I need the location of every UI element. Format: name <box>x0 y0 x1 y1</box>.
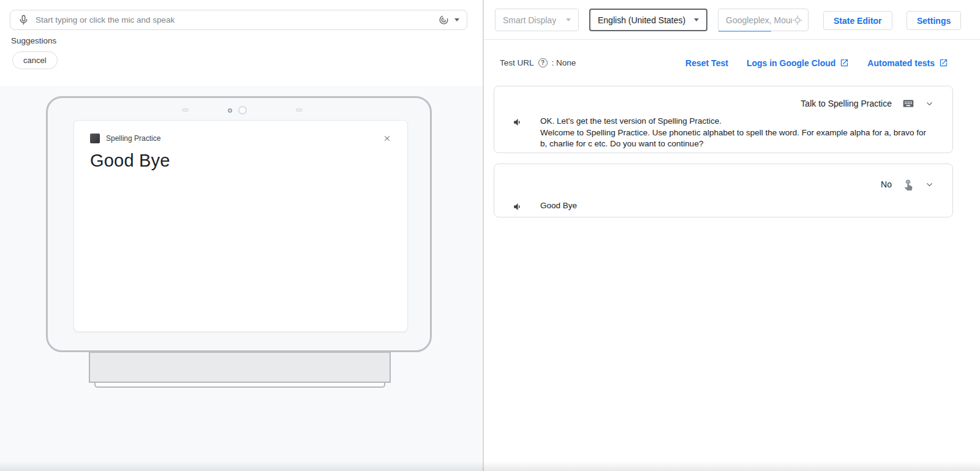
device-preview-area: Spelling Practice Good Bye <box>0 86 483 471</box>
chevron-down-icon <box>694 18 699 21</box>
speaker-icon[interactable] <box>513 117 523 127</box>
open-in-new-icon <box>840 58 849 67</box>
reset-test-label: Reset Test <box>685 58 728 68</box>
chevron-down-icon[interactable] <box>454 18 459 21</box>
query-bar-right <box>438 14 459 26</box>
expand-chevron-icon[interactable] <box>925 180 934 189</box>
conversation-log: Talk to Spelling Practice OK. Let's get … <box>484 86 980 217</box>
location-input-underline <box>718 31 771 32</box>
logs-link[interactable]: Logs in Google Cloud <box>747 58 849 68</box>
location-input[interactable] <box>726 15 792 25</box>
response-line: OK. Let's get the test version of Spelli… <box>540 116 930 127</box>
assistant-response-row: Good Bye <box>513 200 934 212</box>
open-in-new-icon <box>939 58 948 67</box>
query-bar[interactable] <box>10 10 467 30</box>
device-stand <box>89 352 391 383</box>
logs-label: Logs in Google Cloud <box>747 58 835 68</box>
user-query-text: Talk to Spelling Practice <box>801 99 892 108</box>
language-select-value: English (United States) <box>598 15 694 25</box>
automated-tests-label: Automated tests <box>867 58 935 68</box>
test-links: Reset Test Logs in Google Cloud Automate… <box>685 58 948 68</box>
suggestions-label: Suggestions <box>11 36 56 45</box>
screen-app-header: Spelling Practice <box>90 133 391 144</box>
query-input[interactable] <box>36 15 438 24</box>
help-icon[interactable]: ? <box>538 58 548 67</box>
assistant-response-row: OK. Let's get the test version of Spelli… <box>513 116 934 150</box>
location-field[interactable] <box>718 9 809 31</box>
speaker-icon[interactable] <box>513 202 523 212</box>
bezel-sensor-right <box>296 108 303 111</box>
test-url-label: Test URL <box>500 58 534 67</box>
suggestion-chip-cancel[interactable]: cancel <box>12 51 58 69</box>
state-editor-button[interactable]: State Editor <box>823 11 892 30</box>
app-icon <box>90 134 100 143</box>
mic-icon[interactable] <box>18 14 29 26</box>
simulator-left-panel: Suggestions cancel Spelling Practice <box>0 0 483 471</box>
user-query-row: No <box>513 178 934 190</box>
expand-chevron-icon[interactable] <box>925 99 934 108</box>
device-screen: Spelling Practice Good Bye <box>74 120 408 332</box>
simulator-toolbar: Smart Display English (United States) St… <box>484 0 980 40</box>
chevron-down-icon <box>566 18 571 21</box>
smart-display-frame: Spelling Practice Good Bye <box>46 96 432 352</box>
response-line: Good Bye <box>540 200 577 212</box>
language-select[interactable]: English (United States) <box>589 9 707 31</box>
test-url-bar: Test URL ? : None Reset Test Logs in Goo… <box>484 40 980 86</box>
close-icon[interactable] <box>383 134 391 143</box>
reset-test-link[interactable]: Reset Test <box>685 58 728 68</box>
assistant-response-text: Good Bye <box>540 200 577 212</box>
test-url-label-group: Test URL ? : None <box>500 58 576 67</box>
surface-select[interactable]: Smart Display <box>495 9 579 31</box>
query-area: Suggestions cancel <box>0 0 483 86</box>
user-query-text: No <box>881 179 892 189</box>
bezel-camera-dot <box>228 108 232 113</box>
actions-simulator: Suggestions cancel Spelling Practice <box>0 0 980 471</box>
settings-button[interactable]: Settings <box>907 11 961 30</box>
device-base <box>94 382 385 388</box>
conversation-turn: Talk to Spelling Practice OK. Let's get … <box>494 86 953 153</box>
simulator-right-panel: Smart Display English (United States) St… <box>483 0 980 471</box>
conversation-turn: No Good Bye <box>494 164 953 217</box>
response-line: Welcome to Spelling Practice. Use phonet… <box>540 127 930 150</box>
automated-tests-link[interactable]: Automated tests <box>867 58 948 68</box>
app-name-label: Spelling Practice <box>106 134 160 143</box>
touch-input-icon <box>902 178 914 190</box>
keyboard-input-icon <box>902 97 914 110</box>
surface-select-value: Smart Display <box>503 15 566 25</box>
user-query-row: Talk to Spelling Practice <box>513 97 934 110</box>
screen-response-text: Good Bye <box>90 151 170 171</box>
location-target-icon[interactable] <box>792 15 803 26</box>
test-url-value: : None <box>552 58 576 67</box>
voice-settings-icon[interactable] <box>438 14 450 26</box>
bezel-sensor-left <box>182 108 189 111</box>
bezel-camera-lens <box>238 106 247 115</box>
assistant-response-text: OK. Let's get the test version of Spelli… <box>540 116 930 150</box>
